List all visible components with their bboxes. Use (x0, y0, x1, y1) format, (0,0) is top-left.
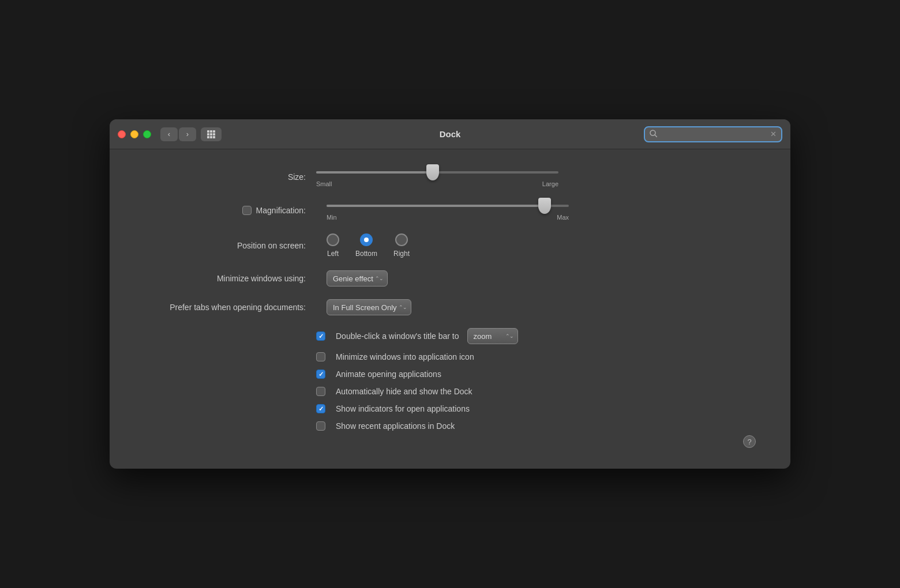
animate-text: Animate opening applications (336, 370, 441, 379)
magnification-label-group: Magnification: (144, 206, 306, 215)
svg-rect-6 (207, 136, 209, 138)
minimize-icon-row: Minimize windows into application icon (316, 352, 756, 361)
double-click-checkbox[interactable] (316, 331, 325, 341)
size-min-label: Small (316, 180, 332, 187)
svg-rect-8 (213, 136, 215, 138)
preferences-window: ‹ › Dock (110, 119, 790, 469)
content-area: Size: Small Large Magnification: (110, 149, 790, 469)
size-label: Size: (144, 172, 306, 182)
position-right-label: Right (393, 250, 410, 258)
zoom-select-wrapper[interactable]: zoom minimize (467, 328, 518, 344)
size-slider-fill (316, 171, 433, 174)
animate-checkbox[interactable] (316, 370, 325, 379)
animate-row: Animate opening applications (316, 370, 756, 379)
nav-buttons: ‹ › (160, 127, 196, 141)
svg-rect-3 (207, 133, 209, 135)
position-bottom-radio[interactable] (360, 233, 373, 246)
grid-button[interactable] (201, 127, 222, 141)
minimize-select-wrapper[interactable]: Genie effect Scale effect (327, 270, 388, 287)
svg-rect-7 (210, 136, 212, 138)
back-button[interactable]: ‹ (160, 127, 178, 141)
position-left-label: Left (327, 250, 339, 258)
minimize-setting-row: Minimize windows using: Genie effect Sca… (144, 270, 756, 287)
indicators-row: Show indicators for open applications (316, 404, 756, 413)
minimize-icon-checkbox[interactable] (316, 352, 325, 361)
magnification-min-label: Min (327, 214, 337, 221)
magnification-slider-bg (327, 205, 569, 207)
size-slider-thumb[interactable] (426, 164, 439, 180)
magnification-slider-fill (327, 205, 545, 207)
size-setting-row: Size: Small Large (144, 167, 756, 187)
svg-rect-5 (213, 133, 215, 135)
position-left-radio[interactable] (327, 233, 339, 246)
maximize-button[interactable] (143, 130, 151, 138)
indicators-checkbox[interactable] (316, 404, 325, 413)
tabs-setting-row: Prefer tabs when opening documents: In F… (144, 299, 756, 315)
position-bottom-label: Bottom (355, 250, 377, 258)
magnification-label: Magnification: (256, 206, 306, 215)
tabs-label: Prefer tabs when opening documents: (144, 303, 306, 312)
svg-rect-0 (207, 130, 209, 133)
search-box[interactable]: ✕ (644, 126, 782, 142)
bottom-row: ? (144, 431, 756, 451)
autohide-checkbox[interactable] (316, 387, 325, 396)
help-button[interactable]: ? (743, 435, 756, 448)
magnification-slider-thumb[interactable] (538, 198, 551, 214)
svg-rect-2 (213, 130, 215, 133)
traffic-lights (118, 130, 151, 138)
position-label: Position on screen: (144, 241, 306, 250)
magnification-max-label: Max (557, 214, 569, 221)
svg-line-10 (655, 135, 657, 137)
titlebar: ‹ › Dock (110, 119, 790, 149)
indicators-text: Show indicators for open applications (336, 404, 470, 413)
position-bottom-option[interactable]: Bottom (355, 233, 377, 258)
position-right-radio[interactable] (395, 233, 408, 246)
tabs-select[interactable]: In Full Screen Only Always Never Manuall… (327, 299, 411, 315)
close-button[interactable] (118, 130, 126, 138)
position-left-option[interactable]: Left (327, 233, 339, 258)
position-right-option[interactable]: Right (393, 233, 410, 258)
search-input[interactable] (661, 130, 770, 138)
recent-checkbox[interactable] (316, 421, 325, 431)
minimize-select[interactable]: Genie effect Scale effect (327, 270, 388, 287)
magnification-slider-labels: Min Max (327, 214, 569, 221)
size-slider-container: Small Large (316, 167, 558, 187)
minimize-button[interactable] (130, 130, 138, 138)
double-click-text: Double-click a window's title bar to (336, 331, 459, 341)
zoom-select[interactable]: zoom minimize (467, 328, 518, 344)
position-radio-group: Left Bottom Right (327, 233, 410, 258)
search-clear-button[interactable]: ✕ (770, 130, 777, 138)
minimize-label: Minimize windows using: (144, 274, 306, 283)
svg-rect-1 (210, 130, 212, 133)
checkboxes-section: Double-click a window's title bar to zoo… (316, 328, 756, 431)
recent-row: Show recent applications in Dock (316, 421, 756, 431)
forward-button[interactable]: › (179, 127, 196, 141)
window-title: Dock (440, 129, 461, 139)
search-icon (650, 130, 657, 139)
magnification-slider-track[interactable] (327, 200, 569, 212)
recent-text: Show recent applications in Dock (336, 421, 455, 431)
position-setting-row: Position on screen: Left Bottom Right (144, 233, 756, 258)
size-max-label: Large (542, 180, 558, 187)
double-click-row: Double-click a window's title bar to zoo… (316, 328, 756, 344)
autohide-row: Automatically hide and show the Dock (316, 387, 756, 396)
size-slider-track[interactable] (316, 167, 558, 178)
minimize-icon-text: Minimize windows into application icon (336, 352, 474, 361)
autohide-text: Automatically hide and show the Dock (336, 387, 472, 396)
magnification-slider-container: Min Max (327, 200, 569, 221)
size-slider-bg (316, 171, 558, 174)
magnification-setting-row: Magnification: Min Max (144, 200, 756, 221)
svg-rect-4 (210, 133, 212, 135)
tabs-select-wrapper[interactable]: In Full Screen Only Always Never Manuall… (327, 299, 411, 315)
size-slider-labels: Small Large (316, 180, 558, 187)
magnification-checkbox[interactable] (242, 206, 252, 215)
